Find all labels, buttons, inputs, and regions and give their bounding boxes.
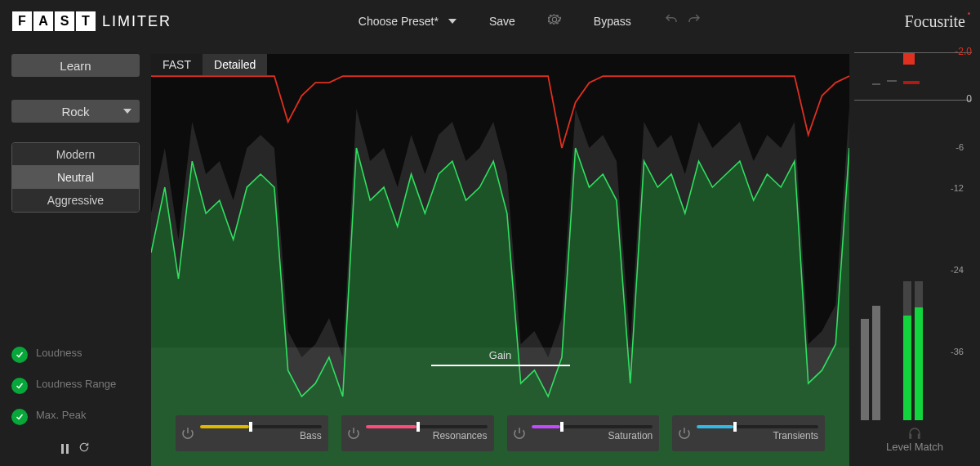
genre-select[interactable]: Rock — [11, 100, 140, 123]
tab-fast[interactable]: FAST — [151, 54, 203, 75]
logo-letter: S — [55, 11, 74, 31]
param-resonances: Resonances — [341, 415, 494, 451]
meter-tick: -24 — [951, 265, 964, 275]
headphones-icon — [907, 426, 922, 441]
check-icon — [11, 347, 28, 363]
check-row: Max. Peak — [11, 409, 140, 425]
app-logo: FAST LIMITER — [12, 11, 172, 31]
gear-icon — [548, 13, 561, 26]
peak-indicator-2 — [903, 81, 920, 84]
view-tabs: FASTDetailed — [151, 54, 267, 75]
preset-selector[interactable]: Choose Preset* — [359, 15, 457, 28]
param-slider[interactable] — [697, 425, 818, 428]
style-group: ModernNeutralAggressive — [11, 142, 140, 213]
learn-button[interactable]: Learn — [11, 54, 140, 77]
loop-button[interactable] — [78, 441, 90, 456]
logo-letter: T — [76, 11, 96, 31]
meter-tick: -12 — [951, 183, 964, 193]
undo-icon — [664, 12, 679, 27]
check-label: Loudness — [36, 347, 82, 359]
power-toggle[interactable] — [180, 426, 195, 441]
check-label: Max. Peak — [36, 409, 86, 421]
brand-logo: Focusrite — [905, 12, 965, 31]
chevron-down-icon — [123, 109, 131, 114]
check-label: Loudness Range — [36, 378, 116, 390]
meter-bar — [903, 281, 911, 420]
header: FAST LIMITER Choose Preset* Save Bypass — [0, 0, 980, 43]
meter-tick: -6 — [956, 142, 964, 152]
param-saturation: Saturation — [507, 415, 660, 451]
redo-icon — [687, 12, 702, 27]
check-row: Loudness Range — [11, 378, 140, 394]
power-toggle[interactable] — [677, 426, 692, 441]
undo-button[interactable] — [664, 12, 679, 30]
bypass-button[interactable]: Bypass — [594, 15, 631, 28]
sidebar: Learn Rock ModernNeutralAggressive Loudn… — [0, 43, 151, 466]
zero-line — [854, 100, 972, 101]
peak-value: -2.0 — [955, 46, 972, 57]
peak-indicator — [903, 53, 915, 65]
meter-bar — [915, 281, 923, 420]
pause-button[interactable] — [61, 444, 69, 454]
param-label: Saturation — [532, 430, 653, 441]
level-meters: -6-12-24-36 — [854, 107, 972, 466]
main-display: FASTDetailed Gain BassResonancesSaturati… — [151, 43, 849, 466]
level-match-button[interactable]: Level Match — [849, 441, 980, 453]
param-label: Bass — [200, 430, 322, 441]
param-label: Transients — [697, 430, 818, 441]
gain-label: Gain — [431, 349, 570, 361]
param-transients: Transients — [672, 415, 825, 451]
tab-detailed[interactable]: Detailed — [203, 54, 267, 75]
style-neutral[interactable]: Neutral — [12, 166, 139, 189]
gain-slider-track[interactable] — [431, 365, 570, 366]
waveform-chart — [151, 65, 849, 466]
save-button[interactable]: Save — [489, 15, 515, 28]
meter-tick: -36 — [951, 347, 964, 356]
param-slider[interactable] — [200, 425, 322, 428]
settings-button[interactable] — [548, 13, 561, 29]
gain-control[interactable]: Gain — [431, 349, 570, 366]
param-slider[interactable] — [366, 425, 488, 428]
loop-icon — [78, 441, 90, 453]
power-toggle[interactable] — [512, 426, 527, 441]
meter-bar — [861, 319, 869, 420]
param-slider[interactable] — [532, 425, 653, 428]
check-icon — [11, 378, 28, 394]
redo-button[interactable] — [687, 12, 702, 30]
chevron-down-icon — [448, 19, 457, 24]
zero-label: 0 — [966, 93, 972, 105]
logo-letter: A — [33, 11, 53, 31]
style-aggressive[interactable]: Aggressive — [12, 189, 139, 212]
preset-label: Choose Preset* — [359, 15, 439, 28]
power-toggle[interactable] — [346, 426, 361, 441]
meter-bar — [872, 306, 880, 420]
param-label: Resonances — [366, 430, 488, 441]
logo-letter: F — [12, 11, 32, 31]
meter-panel: -2.0 0 -6-12-24-36 Level Match — [849, 43, 980, 466]
style-modern[interactable]: Modern — [12, 143, 139, 166]
param-bass: Bass — [176, 415, 328, 451]
check-icon — [11, 409, 28, 425]
check-row: Loudness — [11, 347, 140, 363]
pause-icon — [61, 444, 69, 454]
logo-text: LIMITER — [102, 13, 172, 30]
